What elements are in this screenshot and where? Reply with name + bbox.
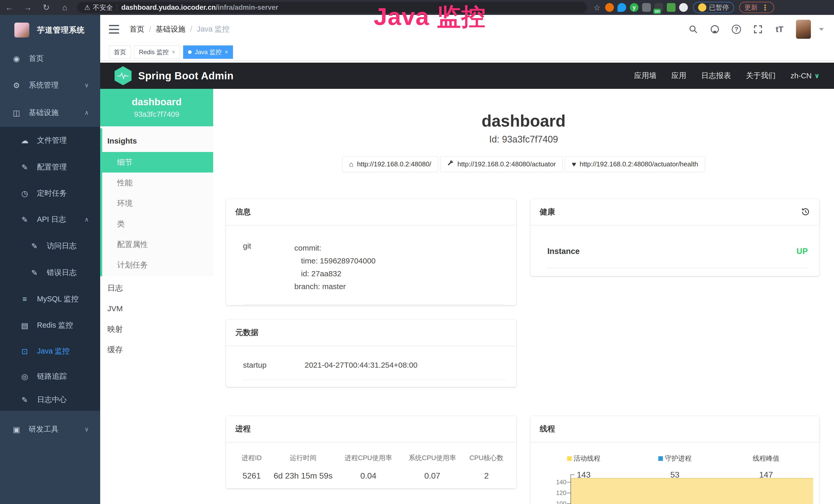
sba-brand-title[interactable]: Spring Boot Admin [138, 70, 234, 82]
close-icon[interactable]: × [172, 49, 175, 55]
active-dot [188, 50, 192, 54]
sba-item-environment[interactable]: 环境 [102, 193, 213, 214]
sba-item-logs[interactable]: 日志 [100, 278, 213, 298]
insights-title: Insights [102, 133, 213, 152]
fullscreen-icon[interactable] [753, 24, 763, 35]
sba-item-scheduled-tasks[interactable]: 计划任务 [102, 255, 213, 275]
sidebar-item-system[interactable]: ⚙ 系统管理 ∨ [0, 72, 100, 98]
sba-item-jvm[interactable]: JVM [100, 298, 213, 319]
app-sidebar: 芋道管理系统 ◉ 首页 ⚙ 系统管理 ∨ ◫ 基础设施 ∧ ☁ 文件管理 ✎ 配… [0, 15, 100, 504]
nav-about[interactable]: 关于我们 [746, 71, 776, 81]
sba-navbar: Spring Boot Admin 应用墙 应用 日志报表 关于我们 zh-CN… [100, 63, 834, 89]
close-icon[interactable]: × [225, 49, 228, 55]
content-area: 首页 / 基础设施 / Java 监控 ? tT [100, 15, 834, 504]
sba-main: dashboard Id: 93a3fc7f7409 ⌂ http://192.… [213, 89, 834, 504]
bookmark-star-icon[interactable]: ☆ [594, 3, 600, 12]
security-label[interactable]: 不安全 [93, 3, 113, 12]
paused-chip[interactable]: 已暂停 [693, 2, 734, 13]
tab-java-monitor[interactable]: Java 监控 × [183, 45, 233, 59]
reload-icon[interactable]: ↻ [37, 3, 56, 12]
url-domain[interactable]: dashboard.yudao.iocoder.cn [121, 4, 216, 12]
spring-boot-admin-logo[interactable] [114, 66, 132, 85]
nav-applications[interactable]: 应用 [672, 71, 686, 81]
threads-card: 线程 活动线程 143 守护进程 53 线程峰值 147 140 [530, 416, 819, 504]
tab-redis-monitor[interactable]: Redis 监控 × [134, 45, 180, 59]
sba-item-classes[interactable]: 类 [102, 214, 213, 234]
process-table: 进程ID 运行时间 进程CPU使用率 系统CPU使用率 CPU核心数 5261 … [226, 453, 516, 481]
search-icon[interactable] [688, 24, 698, 35]
app-logo-row[interactable]: 芋道管理系统 [0, 15, 100, 45]
extensions-puzzle-icon[interactable] [679, 3, 688, 12]
sba-item-metrics[interactable]: 性能 [102, 173, 213, 193]
sidebar-item-error-logs[interactable]: ✎ 错误日志 [0, 259, 100, 286]
breadcrumb-home[interactable]: 首页 [129, 24, 144, 35]
sidebar-item-mysql-monitor[interactable]: ≡ MySQL 监控 [0, 286, 100, 312]
app-title: 芋道管理系统 [37, 25, 85, 36]
y-tick: 120 [540, 489, 566, 497]
sba-item-config-props[interactable]: 配置属性 [102, 234, 213, 255]
briefcase-icon: ▣ [11, 425, 22, 434]
address-bar[interactable]: ⚠ 不安全 dashboard.yudao.iocoder.cn /infra/… [77, 2, 587, 13]
metadata-row-startup: startup 2021-04-27T00:44:31.254+08:00 [243, 361, 505, 380]
sidebar-item-devtools[interactable]: ▣ 研发工具 ∨ [0, 416, 100, 443]
sidebar-item-redis-monitor[interactable]: ▤ Redis 监控 [0, 312, 100, 338]
breadcrumb-section[interactable]: 基础设施 [156, 24, 185, 35]
sba-instance-header[interactable]: dashboard 93a3fc7f7409 [100, 89, 213, 126]
history-icon[interactable] [801, 207, 810, 217]
nav-wall[interactable]: 应用墙 [634, 71, 657, 81]
extension-icon[interactable]: y [630, 3, 639, 12]
avatar-caret-icon[interactable] [819, 28, 824, 31]
health-url-button[interactable]: ♥ http://192.168.0.2:48080/actuator/heal… [565, 156, 705, 172]
extension-icon[interactable] [617, 3, 626, 12]
hamburger-icon[interactable] [109, 25, 119, 33]
sidebar-item-java-monitor[interactable]: ⊡ Java 监控 [0, 338, 100, 364]
actuator-url-button[interactable]: http://192.168.0.2:48080/actuator [440, 156, 563, 172]
avatar[interactable] [796, 20, 811, 39]
process-id: 5261 [232, 471, 271, 481]
url-path[interactable]: /infra/admin-server [216, 4, 278, 12]
tags-view-bar: 首页 Redis 监控 × Java 监控 × [100, 44, 834, 61]
sba-item-details[interactable]: 细节 [102, 152, 213, 173]
threads-area-series [571, 478, 813, 504]
chevron-up-icon: ∧ [84, 109, 89, 116]
font-size-icon[interactable]: tT [774, 24, 785, 35]
extension-icon[interactable] [605, 3, 614, 12]
sidebar-item-access-logs[interactable]: ✎ 访问日志 [0, 233, 100, 259]
server-icon: ≡ [20, 295, 30, 303]
sidebar-item-home[interactable]: ◉ 首页 [0, 45, 100, 72]
extension-icon[interactable]: on [655, 3, 663, 12]
sidebar-item-file-manage[interactable]: ☁ 文件管理 [0, 127, 100, 154]
update-button[interactable]: 更新 ⋮ [739, 2, 774, 13]
chevron-down-icon: ∨ [84, 82, 89, 89]
sba-item-mappings[interactable]: 映射 [100, 319, 213, 339]
github-icon[interactable] [710, 24, 720, 35]
nav-journal[interactable]: 日志报表 [701, 71, 731, 81]
locale-select[interactable]: zh-CN ∨ [791, 72, 820, 80]
sidebar-item-scheduled-jobs[interactable]: ◷ 定时任务 [0, 180, 100, 206]
sidebar-item-infrastructure[interactable]: ◫ 基础设施 ∧ [0, 98, 100, 127]
dashboard-icon: ◉ [11, 54, 22, 63]
service-url-button[interactable]: ⌂ http://192.168.0.2:48080/ [342, 156, 438, 172]
sba-item-caches[interactable]: 缓存 [100, 339, 213, 360]
home-icon[interactable]: ⌂ [56, 3, 74, 12]
sidebar-item-log-center[interactable]: ✎ 日志中心 [0, 389, 100, 411]
extension-icon[interactable] [642, 3, 651, 12]
log-edit-icon: ✎ [29, 268, 40, 277]
tab-home[interactable]: 首页 [109, 45, 131, 59]
extension-icon[interactable] [667, 3, 676, 12]
process-table-values: 5261 6d 23h 15m 59s 0.04 0.07 2 [232, 471, 510, 481]
breadcrumb-separator: / [190, 25, 192, 33]
wrench-icon [447, 160, 454, 168]
sidebar-item-tracing[interactable]: ◎ 链路追踪 [0, 364, 100, 389]
kebab-menu-icon[interactable]: ⋮ [761, 3, 769, 12]
sidebar-item-config-manage[interactable]: ✎ 配置管理 [0, 154, 100, 180]
help-icon[interactable]: ? [731, 24, 742, 35]
chevron-down-icon: ∨ [84, 426, 89, 433]
sidebar-item-api-logs[interactable]: ✎ API 日志 ∧ [0, 206, 100, 233]
back-icon[interactable]: ← [0, 3, 19, 12]
process-card-header: 进程 [226, 416, 516, 442]
update-label: 更新 [744, 3, 758, 12]
forward-icon[interactable]: → [19, 3, 37, 12]
extension-badge: on [654, 9, 661, 14]
process-table-headers: 进程ID 运行时间 进程CPU使用率 系统CPU使用率 CPU核心数 [232, 453, 510, 462]
